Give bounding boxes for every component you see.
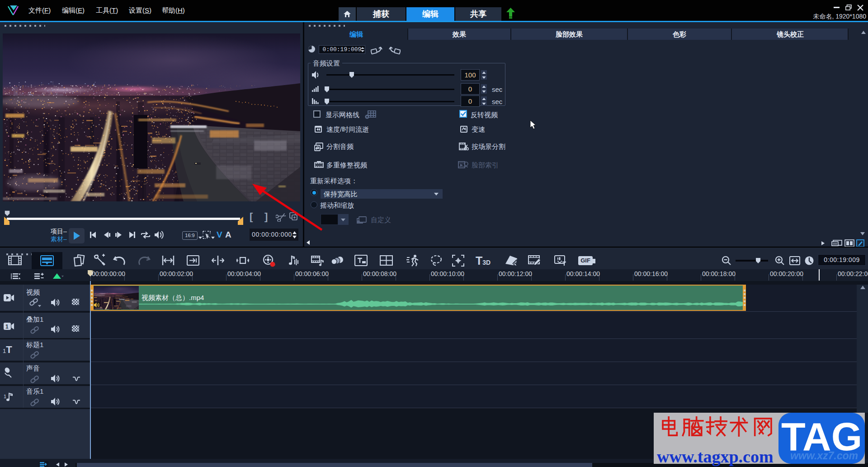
svg-text:1: 1 — [4, 394, 6, 399]
svg-text:1: 1 — [5, 324, 9, 330]
